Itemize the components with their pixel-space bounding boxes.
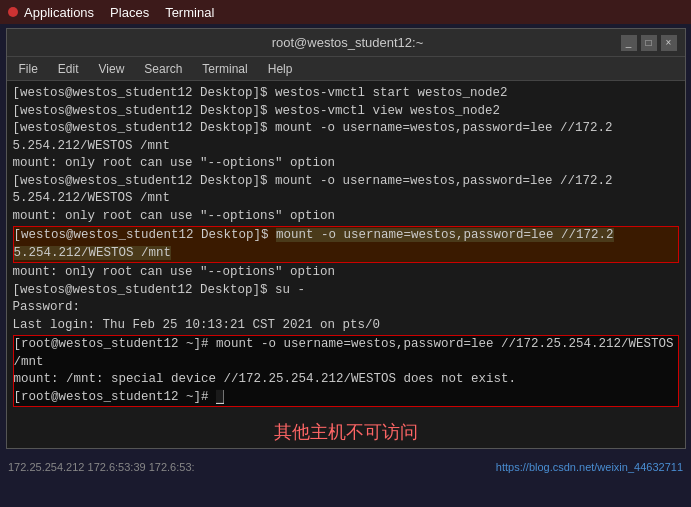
terminal-line-9: mount: only root can use "--options" opt… xyxy=(13,264,679,282)
terminal-line-5: mount: only root can use "--options" opt… xyxy=(13,155,679,173)
menu-terminal[interactable]: Terminal xyxy=(194,60,255,78)
maximize-button[interactable]: □ xyxy=(641,35,657,51)
bottom-right-link[interactable]: https://blog.csdn.net/weixin_44632711 xyxy=(496,461,683,473)
places-menu[interactable]: Places xyxy=(110,5,149,20)
window-controls: _ □ × xyxy=(621,35,677,51)
terminal-line-8: mount: only root can use "--options" opt… xyxy=(13,208,679,226)
error-line-3: [root@westos_student12 ~]# █ xyxy=(14,389,678,407)
title-bar: root@westos_student12:~ _ □ × xyxy=(7,29,685,57)
system-dot: Applications xyxy=(8,5,94,20)
error-line-2: mount: /mnt: special device //172.25.254… xyxy=(14,371,678,389)
bottom-left-text: 172.25.254.212 172.6:53:39 172.6:53: xyxy=(8,461,195,473)
menu-view[interactable]: View xyxy=(91,60,133,78)
error-block: [root@westos_student12 ~]# mount -o user… xyxy=(13,335,679,407)
terminal-line-7: 5.254.212/WESTOS /mnt xyxy=(13,190,679,208)
selected-block: [westos@westos_student12 Desktop]$ mount… xyxy=(13,226,679,263)
minimize-button[interactable]: _ xyxy=(621,35,637,51)
menu-search[interactable]: Search xyxy=(136,60,190,78)
applications-menu[interactable]: Applications xyxy=(24,5,94,20)
terminal-line-10: [westos@westos_student12 Desktop]$ su - xyxy=(13,282,679,300)
system-bar: Applications Places Terminal xyxy=(0,0,691,24)
terminal-line-11: Password: xyxy=(13,299,679,317)
terminal-content[interactable]: [westos@westos_student12 Desktop]$ westo… xyxy=(7,81,685,412)
window-title: root@westos_student12:~ xyxy=(75,35,621,50)
menu-file[interactable]: File xyxy=(11,60,46,78)
terminal-line-3: [westos@westos_student12 Desktop]$ mount… xyxy=(13,120,679,138)
close-button[interactable]: × xyxy=(661,35,677,51)
terminal-line-selected2: 5.254.212/WESTOS /mnt xyxy=(14,245,678,263)
terminal-line-2: [westos@westos_student12 Desktop]$ westo… xyxy=(13,103,679,121)
error-line-1: [root@westos_student12 ~]# mount -o user… xyxy=(14,336,678,371)
terminal-line-12: Last login: Thu Feb 25 10:13:21 CST 2021… xyxy=(13,317,679,335)
annotation-text: 其他主机不可访问 xyxy=(7,412,685,448)
terminal-menu[interactable]: Terminal xyxy=(165,5,214,20)
bottom-bar: 172.25.254.212 172.6:53:39 172.6:53: htt… xyxy=(0,453,691,481)
terminal-window: root@westos_student12:~ _ □ × File Edit … xyxy=(6,28,686,449)
menu-help[interactable]: Help xyxy=(260,60,301,78)
terminal-line-1: [westos@westos_student12 Desktop]$ westo… xyxy=(13,85,679,103)
menu-edit[interactable]: Edit xyxy=(50,60,87,78)
terminal-line-selected: [westos@westos_student12 Desktop]$ mount… xyxy=(14,227,678,245)
menu-bar: File Edit View Search Terminal Help xyxy=(7,57,685,81)
terminal-line-6: [westos@westos_student12 Desktop]$ mount… xyxy=(13,173,679,191)
terminal-line-4: 5.254.212/WESTOS /mnt xyxy=(13,138,679,156)
